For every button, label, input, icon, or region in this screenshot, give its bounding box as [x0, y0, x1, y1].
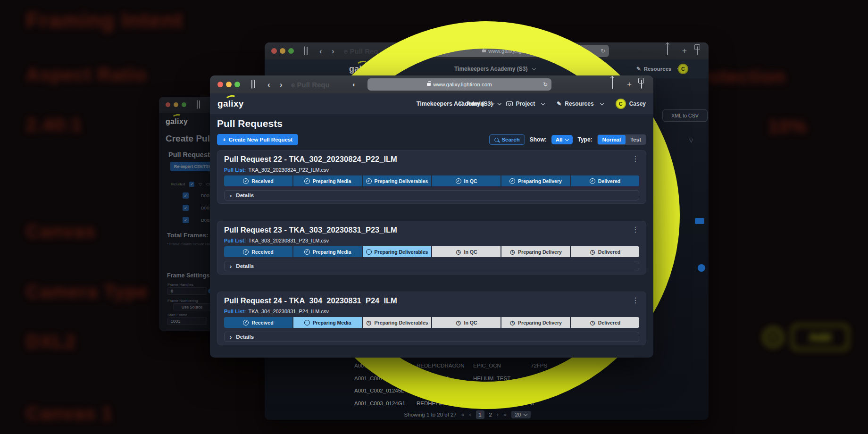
- table-cell[interactable]: EPIC_OCN: [473, 363, 531, 368]
- row-checkbox[interactable]: ✓: [183, 192, 189, 199]
- nav-item-resources[interactable]: ✎ Resources: [557, 100, 603, 107]
- tab-overview-icon[interactable]: [697, 47, 698, 55]
- filter-funnel-icon[interactable]: ▽: [689, 137, 693, 143]
- table-cell[interactable]: REDHELIUM: [417, 388, 473, 393]
- galixy-logo[interactable]: galixy: [217, 99, 244, 109]
- pull-list-label: Pull List:: [224, 238, 246, 243]
- sidebar-toggle-icon[interactable]: [304, 47, 305, 55]
- kebab-menu-icon[interactable]: ⋮: [632, 156, 639, 162]
- back-icon[interactable]: ‹: [319, 47, 322, 55]
- page-content: Pull Requests + Create New Pull Request …: [210, 114, 653, 358]
- table-cell[interactable]: REDHELIUM: [417, 401, 473, 406]
- new-tab-icon[interactable]: +: [682, 46, 687, 56]
- frame-handles-input[interactable]: 8: [167, 287, 207, 295]
- back-icon[interactable]: ‹: [267, 81, 270, 89]
- galixy-logo[interactable]: galixy: [166, 117, 188, 126]
- user-name: Casey: [629, 100, 646, 107]
- table-cell[interactable]: 3: [531, 401, 559, 406]
- project-selector[interactable]: Timekeepers Academy (S3): [454, 66, 535, 72]
- check-circle-icon: [456, 178, 461, 184]
- galixy-logo[interactable]: galixy: [349, 64, 374, 74]
- zoom-window-button[interactable]: [288, 48, 294, 54]
- per-page-select[interactable]: 20: [511, 411, 531, 418]
- clip-row[interactable]: ✓ D001: [183, 205, 212, 211]
- chevron-down-icon: [532, 67, 536, 70]
- table-cell[interactable]: A001_C002_01245L: [354, 388, 417, 393]
- details-expander[interactable]: › Details: [224, 261, 639, 271]
- stage-delivered: Delivered: [571, 317, 639, 328]
- reload-icon[interactable]: ↻: [543, 81, 548, 88]
- share-icon[interactable]: [667, 47, 668, 55]
- table-cell[interactable]: REDEPICDRAGON: [417, 363, 473, 368]
- share-icon[interactable]: [612, 80, 613, 89]
- url-bar[interactable]: www.galixy.lightiron.com ↻: [420, 45, 609, 57]
- zoom-window-button[interactable]: [234, 82, 240, 87]
- table-cell[interactable]: A001_C003_0124G1: [354, 401, 417, 406]
- page-2-button[interactable]: 2: [489, 412, 492, 417]
- minimize-window-button[interactable]: [226, 82, 232, 87]
- forward-icon[interactable]: ›: [332, 47, 334, 55]
- type-normal-option[interactable]: Normal: [598, 135, 626, 144]
- show-filter-select[interactable]: All: [551, 135, 573, 144]
- zoom-window-button[interactable]: [182, 102, 186, 107]
- clock-icon: [590, 320, 595, 326]
- reimport-csv-button[interactable]: Re-import CSV/TSV: [170, 162, 215, 171]
- close-window-button[interactable]: [271, 48, 277, 54]
- user-avatar[interactable]: C: [678, 64, 688, 74]
- table-cell[interactable]: 1: [531, 376, 559, 381]
- nav-item-project[interactable]: Project: [506, 100, 545, 107]
- url-bar[interactable]: www.galixy.lightiron.com ↻: [367, 78, 551, 91]
- user-menu[interactable]: C Casey: [616, 99, 646, 109]
- use-source-option[interactable]: Use Source: [173, 303, 211, 310]
- tab-overview-icon[interactable]: [641, 80, 642, 89]
- start-frame-label: Start Frame: [167, 313, 187, 317]
- table-cell[interactable]: HELIUM_TEST: [473, 388, 531, 393]
- table-cell[interactable]: A007_C115_: [354, 363, 417, 368]
- nav-item-resources[interactable]: ✎ Resources: [636, 66, 680, 72]
- clip-row[interactable]: ✓ D001: [183, 192, 212, 199]
- next-page-button[interactable]: ›: [497, 411, 499, 418]
- xml-to-csv-button[interactable]: XML to CSV: [662, 109, 708, 122]
- new-tab-icon[interactable]: +: [627, 80, 632, 89]
- table-cell[interactable]: HELIUM_TEST: [473, 401, 531, 406]
- table-cell[interactable]: HELIUM_TEST: [473, 376, 531, 381]
- details-expander[interactable]: › Details: [224, 332, 639, 342]
- minimize-window-button[interactable]: [280, 48, 285, 54]
- forward-icon[interactable]: ›: [280, 81, 283, 89]
- clip-table: A007_C115_ REDEPICDRAGON EPIC_OCN 72FPS …: [354, 359, 559, 409]
- chevron-down-icon: [541, 101, 545, 105]
- project-selector[interactable]: Timekeepers Academy (S3): [417, 100, 501, 107]
- row-checkbox[interactable]: ✓: [183, 205, 189, 211]
- table-cell[interactable]: REDHELIUM: [417, 376, 473, 381]
- last-page-button[interactable]: »: [503, 411, 507, 418]
- browser-chrome: ‹ › e Pull Req ◐ www.galixy.lightiron.co…: [265, 42, 709, 59]
- clip-row[interactable]: ✓ D001: [183, 217, 212, 223]
- stage-preparing-deliverables: Preparing Deliverables: [363, 246, 431, 257]
- close-window-button[interactable]: [166, 102, 170, 107]
- filter-funnel-icon[interactable]: ▽: [199, 182, 202, 187]
- prev-page-button[interactable]: ‹: [469, 411, 471, 418]
- minimize-window-button[interactable]: [174, 102, 178, 107]
- close-window-button[interactable]: [217, 82, 223, 87]
- select-all-checkbox[interactable]: ✓: [189, 182, 194, 187]
- type-test-option[interactable]: Test: [626, 135, 646, 144]
- sidebar-toggle-icon[interactable]: [251, 80, 252, 89]
- privacy-shield-icon[interactable]: ◐: [352, 81, 356, 88]
- privacy-shield-icon[interactable]: ◐: [405, 47, 409, 55]
- page-1-button[interactable]: 1: [476, 410, 484, 419]
- table-cell[interactable]: 72FPS: [531, 363, 559, 368]
- chevron-down-icon: [600, 101, 603, 105]
- row-checkbox[interactable]: ✓: [183, 217, 189, 223]
- kebab-menu-icon[interactable]: ⋮: [632, 297, 639, 304]
- table-cell[interactable]: A001_C001_0124G: [354, 376, 417, 381]
- search-button[interactable]: Search: [489, 134, 525, 145]
- reload-icon[interactable]: ↻: [601, 48, 605, 54]
- details-expander[interactable]: › Details: [224, 190, 639, 200]
- nav-item-admin[interactable]: ♡ Admin: [567, 66, 600, 72]
- first-page-button[interactable]: «: [461, 411, 465, 418]
- sidebar-toggle-icon[interactable]: [197, 100, 198, 109]
- create-new-pull-request-button[interactable]: + Create New Pull Request: [217, 134, 298, 145]
- kebab-menu-icon[interactable]: ⋮: [632, 226, 639, 233]
- chevron-down-icon: [565, 137, 569, 141]
- start-frame-input[interactable]: 1001: [167, 317, 207, 325]
